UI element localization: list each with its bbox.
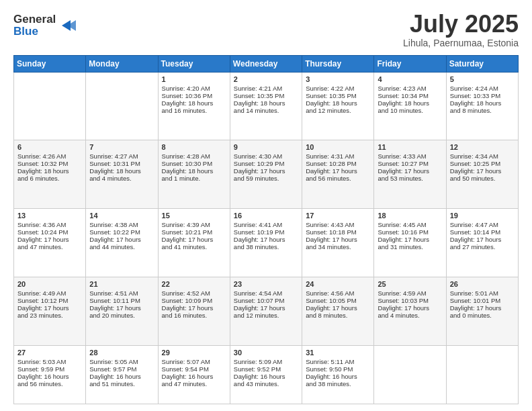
day-info: Daylight: 16 hours — [89, 373, 154, 380]
day-info: Sunrise: 4:20 AM — [162, 85, 226, 92]
calendar-cell: 12Sunrise: 4:34 AMSunset: 10:25 PMDaylig… — [446, 140, 518, 209]
calendar-cell: 19Sunrise: 4:47 AMSunset: 10:14 PMDaylig… — [446, 209, 518, 277]
day-info: Sunrise: 5:09 AM — [234, 358, 298, 365]
day-info: Sunrise: 4:54 AM — [234, 289, 298, 297]
calendar-cell: 11Sunrise: 4:33 AMSunset: 10:27 PMDaylig… — [374, 140, 446, 209]
day-number: 5 — [450, 75, 515, 83]
day-info: Sunrise: 4:45 AM — [378, 221, 442, 228]
calendar-cell: 20Sunrise: 4:49 AMSunset: 10:12 PMDaylig… — [14, 277, 86, 346]
title-block: July 2025 Lihula, Paernumaa, Estonia — [403, 11, 519, 48]
day-info: Sunrise: 4:49 AM — [17, 289, 82, 297]
calendar-cell: 1Sunrise: 4:20 AMSunset: 10:36 PMDayligh… — [158, 72, 230, 140]
calendar-cell: 15Sunrise: 4:39 AMSunset: 10:21 PMDaylig… — [158, 209, 230, 277]
calendar-cell: 23Sunrise: 4:54 AMSunset: 10:07 PMDaylig… — [230, 277, 302, 346]
day-info: Daylight: 17 hours — [450, 167, 515, 175]
day-info: Sunrise: 4:26 AM — [17, 152, 82, 160]
day-info: Daylight: 18 hours — [89, 167, 154, 175]
day-info: Sunset: 10:11 PM — [89, 297, 154, 304]
day-number: 30 — [234, 349, 298, 357]
day-info: Sunset: 10:33 PM — [450, 92, 515, 99]
week-row-4: 20Sunrise: 4:49 AMSunset: 10:12 PMDaylig… — [14, 277, 519, 346]
day-info: Sunset: 10:29 PM — [234, 160, 298, 167]
day-info: Daylight: 17 hours — [450, 304, 515, 312]
calendar-cell: 18Sunrise: 4:45 AMSunset: 10:16 PMDaylig… — [374, 209, 446, 277]
day-info: and 16 minutes. — [162, 107, 226, 114]
day-info: Sunrise: 5:05 AM — [89, 358, 154, 365]
day-info: Sunrise: 4:36 AM — [17, 221, 82, 228]
day-info: Sunrise: 4:23 AM — [378, 85, 442, 92]
day-info: Daylight: 17 hours — [450, 236, 515, 243]
day-info: and 27 minutes. — [450, 243, 515, 250]
day-info: Sunset: 10:01 PM — [450, 297, 515, 304]
day-info: and 1 minute. — [162, 175, 226, 182]
calendar-cell: 4Sunrise: 4:23 AMSunset: 10:34 PMDayligh… — [374, 72, 446, 140]
calendar-cell — [14, 72, 86, 140]
day-info: Sunrise: 4:33 AM — [378, 152, 442, 160]
day-info: Daylight: 17 hours — [378, 236, 442, 243]
header: General Blue July 2025 Lihula, Paernumaa… — [13, 11, 519, 48]
day-info: Sunset: 10:19 PM — [234, 228, 298, 236]
day-info: Sunset: 10:32 PM — [17, 160, 82, 167]
calendar-cell: 14Sunrise: 4:38 AMSunset: 10:22 PMDaylig… — [86, 209, 158, 277]
day-info: Daylight: 16 hours — [162, 373, 226, 380]
calendar-cell: 25Sunrise: 4:59 AMSunset: 10:03 PMDaylig… — [374, 277, 446, 346]
week-row-1: 1Sunrise: 4:20 AMSunset: 10:36 PMDayligh… — [14, 72, 519, 140]
day-info: and 14 minutes. — [234, 107, 298, 114]
day-info: Daylight: 17 hours — [234, 167, 298, 175]
day-number: 22 — [162, 280, 226, 288]
day-info: and 16 minutes. — [162, 312, 226, 319]
day-info: and 51 minutes. — [89, 380, 154, 387]
day-info: Sunrise: 4:28 AM — [162, 152, 226, 160]
day-info: Sunset: 10:35 PM — [234, 92, 298, 99]
day-info: and 31 minutes. — [378, 243, 442, 250]
col-header-thursday: Thursday — [302, 55, 374, 72]
col-header-tuesday: Tuesday — [158, 55, 230, 72]
day-info: Sunset: 10:28 PM — [306, 160, 370, 167]
day-info: Sunrise: 5:01 AM — [450, 289, 515, 297]
calendar-cell: 28Sunrise: 5:05 AMSunset: 9:57 PMDayligh… — [86, 346, 158, 404]
day-info: Sunset: 10:22 PM — [89, 228, 154, 236]
day-number: 12 — [450, 143, 515, 151]
day-number: 2 — [234, 75, 298, 83]
day-number: 11 — [378, 143, 442, 151]
calendar-cell: 10Sunrise: 4:31 AMSunset: 10:28 PMDaylig… — [302, 140, 374, 209]
day-info: and 59 minutes. — [234, 175, 298, 182]
day-info: Daylight: 17 hours — [378, 167, 442, 175]
calendar-cell: 8Sunrise: 4:28 AMSunset: 10:30 PMDayligh… — [158, 140, 230, 209]
day-info: Sunrise: 4:34 AM — [450, 152, 515, 160]
day-info: and 56 minutes. — [17, 380, 82, 387]
calendar-table: SundayMondayTuesdayWednesdayThursdayFrid… — [13, 55, 519, 404]
day-info: Sunset: 10:05 PM — [306, 297, 370, 304]
day-info: Daylight: 17 hours — [234, 236, 298, 243]
day-info: Sunrise: 4:43 AM — [306, 221, 370, 228]
day-info: Daylight: 17 hours — [162, 236, 226, 243]
calendar-cell: 13Sunrise: 4:36 AMSunset: 10:24 PMDaylig… — [14, 209, 86, 277]
day-number: 3 — [306, 75, 370, 83]
day-info: Daylight: 18 hours — [162, 167, 226, 175]
day-number: 19 — [450, 212, 515, 220]
day-number: 17 — [306, 212, 370, 220]
day-info: Sunrise: 4:38 AM — [89, 221, 154, 228]
day-info: Sunrise: 4:30 AM — [234, 152, 298, 160]
day-info: Sunset: 9:54 PM — [162, 365, 226, 373]
day-number: 6 — [17, 143, 82, 151]
day-number: 20 — [17, 280, 82, 288]
day-info: Sunset: 10:34 PM — [378, 92, 442, 99]
logo: General Blue — [13, 11, 81, 42]
day-info: Sunset: 10:09 PM — [162, 297, 226, 304]
day-number: 8 — [162, 143, 226, 151]
col-header-wednesday: Wednesday — [230, 55, 302, 72]
day-info: Sunset: 10:36 PM — [162, 92, 226, 99]
day-info: Daylight: 18 hours — [17, 167, 82, 175]
day-info: and 47 minutes. — [17, 243, 82, 250]
col-header-friday: Friday — [374, 55, 446, 72]
calendar-cell — [374, 346, 446, 404]
day-info: Sunset: 9:50 PM — [306, 365, 370, 373]
day-info: Sunset: 10:21 PM — [162, 228, 226, 236]
day-number: 31 — [306, 349, 370, 357]
day-info: Sunrise: 4:21 AM — [234, 85, 298, 92]
day-info: Daylight: 17 hours — [17, 236, 82, 243]
col-header-sunday: Sunday — [14, 55, 86, 72]
day-info: Sunrise: 4:22 AM — [306, 85, 370, 92]
day-number: 7 — [89, 143, 154, 151]
